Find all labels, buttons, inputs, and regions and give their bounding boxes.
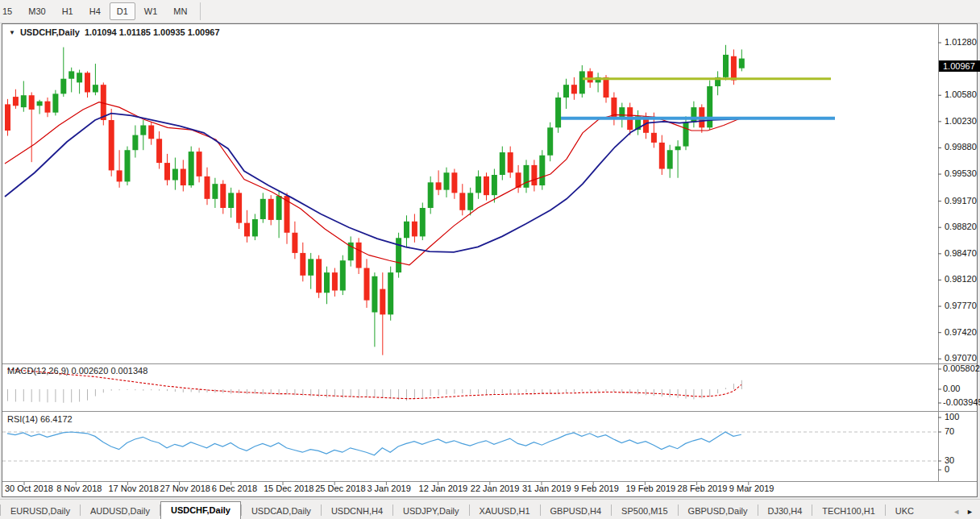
timeframe-button-d1[interactable]: D1 [110, 2, 135, 20]
date-axis-label: 19 Feb 2019 [625, 484, 675, 493]
date-axis-label: 3 Jan 2019 [367, 484, 410, 493]
tab-usdjpy-daily[interactable]: USDJPY,Daily [393, 503, 469, 519]
chart-canvas[interactable] [2, 24, 977, 496]
date-axis-label: 31 Jan 2019 [522, 484, 571, 493]
tab-usdcad-daily[interactable]: USDCAD,Daily [242, 503, 321, 519]
tab-scroll-controls: ◄ ► [949, 508, 980, 519]
price-axis-label: 0.98470 [945, 248, 977, 258]
chart-dropdown-icon[interactable]: ▼ [9, 29, 15, 36]
tab-gbpusd-daily[interactable]: GBPUSD,Daily [679, 503, 758, 519]
price-axis-label: 0.99170 [945, 196, 977, 206]
price-axis-label: 1.00230 [945, 116, 977, 126]
date-axis-label: 25 Dec 2018 [315, 484, 365, 493]
tab-xauusd-h1[interactable]: XAUUSD,H1 [470, 503, 540, 519]
timeframe-button-mn[interactable]: MN [166, 2, 194, 20]
date-axis-label: 15 Dec 2018 [264, 484, 314, 493]
price-axis-label: 0.99880 [945, 142, 977, 152]
price-axis-label: 0.97420 [945, 327, 977, 337]
timeframe-button-h4[interactable]: H4 [82, 2, 108, 20]
date-axis-label: 9 Feb 2019 [574, 484, 619, 493]
tab-audusd-daily[interactable]: AUDUSD,Daily [81, 503, 160, 519]
date-axis-label: 27 Nov 2018 [160, 484, 210, 493]
timeframe-button-h1[interactable]: H1 [55, 2, 81, 20]
tab-tech100-h1[interactable]: TECH100,H1 [812, 503, 884, 519]
macd-axis-label: 0.005802 [943, 363, 980, 373]
tab-usdcnh-h4[interactable]: USDCNH,H4 [322, 503, 392, 519]
rsi-axis-label: 70 [945, 426, 954, 436]
rsi-indicator-label: RSI(14) 66.4172 [7, 414, 73, 424]
date-axis-label: 8 Nov 2018 [56, 484, 102, 493]
tab-scroll-left-icon[interactable]: ◄ [953, 508, 960, 516]
price-axis-label: 0.97070 [945, 353, 977, 363]
rsi-axis-label: 100 [945, 412, 959, 421]
timeframe-button-w1[interactable]: W1 [137, 2, 165, 20]
tab-gbpusd-h4[interactable]: GBPUSD,H4 [541, 503, 612, 519]
date-axis-label: 6 Dec 2018 [212, 484, 257, 493]
macd-axis-label: -0.003945 [943, 397, 980, 407]
toolbar-separator [200, 2, 201, 20]
date-axis-label: 22 Jan 2019 [471, 484, 520, 493]
tab-ukc[interactable]: UKC [886, 503, 924, 519]
tab-dj30-h4[interactable]: DJ30,H4 [758, 503, 812, 519]
chart-tab-bar: EURUSD,DailyAUDUSD,DailyUSDCHF,DailyUSDC… [0, 499, 980, 519]
date-axis-label: 30 Oct 2018 [5, 484, 53, 493]
chart-title: ▼ USDCHF,Daily 1.01094 1.01185 1.00935 1… [9, 27, 220, 37]
price-axis-label: 0.98120 [945, 274, 977, 284]
date-axis-label: 17 Nov 2018 [108, 484, 158, 493]
date-axis-label: 28 Feb 2019 [678, 484, 728, 493]
price-axis-label: 0.99530 [945, 168, 977, 178]
timeframe-button-15[interactable]: 15 [0, 2, 19, 20]
date-axis-label: 12 Jan 2019 [419, 484, 468, 493]
chart-ohlc-values: 1.01094 1.01185 1.00935 1.00967 [85, 27, 220, 37]
price-axis-label: 1.01280 [945, 37, 977, 47]
timeframe-toolbar: 15M30H1H4D1W1MN [0, 0, 980, 23]
rsi-axis-label: 0 [945, 464, 949, 474]
tab-sp500-m15[interactable]: SP500,M15 [612, 503, 677, 519]
tab-eurusd-daily[interactable]: EURUSD,Daily [1, 503, 80, 519]
timeframe-button-m30[interactable]: M30 [21, 2, 52, 20]
current-price-tag: 1.00967 [939, 60, 980, 72]
macd-indicator-label: MACD(12,26,9) 0.002620 0.001348 [7, 366, 147, 376]
chart-window: ▼ USDCHF,Daily 1.01094 1.01185 1.00935 1… [2, 23, 978, 497]
price-axis-label: 0.98820 [945, 222, 977, 231]
price-axis-label: 1.00580 [945, 89, 977, 99]
tab-usdchf-daily[interactable]: USDCHF,Daily [160, 501, 241, 519]
chart-symbol-label: USDCHF,Daily [20, 27, 80, 37]
tab-scroll-right-icon[interactable]: ► [966, 508, 974, 516]
price-axis-label: 0.97770 [945, 301, 977, 310]
date-axis-label: 9 Mar 2019 [729, 484, 774, 493]
macd-axis-label: 0.00 [943, 384, 960, 393]
